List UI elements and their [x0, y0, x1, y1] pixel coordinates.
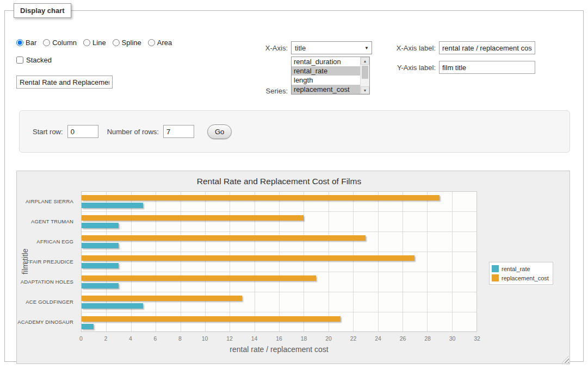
x-tick-label: 16: [276, 335, 282, 342]
stacked-option[interactable]: Stacked: [16, 56, 52, 64]
resize-handle-icon[interactable]: [562, 356, 569, 363]
legend-item-rental_rate: rental_rate: [492, 264, 549, 273]
gridline: [230, 192, 230, 331]
x-tick-label: 28: [424, 335, 431, 342]
x-tick-label: 6: [154, 335, 157, 342]
chart-title-input[interactable]: [16, 76, 113, 89]
chart-type-line[interactable]: Line: [83, 39, 106, 47]
gridline: [255, 192, 255, 331]
chart-type-bar-label: Bar: [26, 39, 36, 47]
start-row-input[interactable]: [67, 125, 98, 138]
y-tick-label: AFFAIR PREJUDICE: [17, 252, 78, 272]
x-tick-label: 26: [400, 335, 406, 342]
gridline: [427, 192, 428, 331]
x-tick-label: 22: [350, 335, 357, 342]
x-tick-label: 4: [129, 335, 132, 342]
series-option-length[interactable]: length: [292, 76, 360, 85]
series-option-replacement-cost[interactable]: replacement_cost: [292, 85, 360, 94]
x-axis-label-label: X-Axis label:: [348, 44, 436, 52]
bar-rental_rate: [82, 283, 119, 289]
bar-replacement_cost: [82, 296, 242, 301]
y-tick-label: AIRPLANE SIERRA: [17, 191, 78, 211]
chart-type-area[interactable]: Area: [148, 39, 172, 47]
rows-panel: Start row: Number of rows: Go: [19, 110, 570, 153]
chart-type-spline-label: Spline: [122, 39, 141, 47]
gridline: [156, 192, 156, 331]
number-of-rows-label: Number of rows:: [107, 128, 159, 136]
chart-type-area-label: Area: [157, 39, 172, 47]
series-scrollbar[interactable]: ▲ ▼: [360, 57, 369, 94]
chart-type-line-radio[interactable]: [83, 39, 90, 46]
y-tick-label: ACE GOLDFINGER: [17, 292, 78, 312]
start-row-label: Start row:: [33, 128, 63, 136]
chart-type-bar-radio[interactable]: [16, 39, 23, 46]
series-multiselect[interactable]: rental_duration rental_rate length repla…: [291, 57, 370, 95]
x-tick-label: 10: [202, 335, 208, 342]
chart-widget: Rental Rate and Replacement Cost of Film…: [16, 171, 570, 364]
number-of-rows-input[interactable]: [163, 125, 194, 138]
x-tick-label: 32: [474, 335, 480, 342]
gridline: [181, 192, 181, 331]
y-axis-label-input[interactable]: [439, 61, 535, 74]
display-chart-panel: Display chart Bar Column Line Spline Are…: [4, 3, 584, 362]
legend-item-replacement_cost: replacement_cost: [492, 273, 549, 283]
chart-type-line-label: Line: [92, 39, 106, 47]
x-axis-selected-value: title: [295, 44, 306, 52]
gridline: [378, 192, 379, 331]
gridline: [304, 192, 304, 331]
x-tick-label: 0: [79, 335, 83, 342]
chart-type-column[interactable]: Column: [43, 39, 77, 47]
gridline: [329, 192, 329, 331]
chart-type-group: Bar Column Line Spline Area: [16, 39, 172, 47]
chart-type-column-radio[interactable]: [43, 39, 50, 46]
chart-type-spline[interactable]: Spline: [113, 39, 141, 47]
y-axis-labels: AIRPLANE SIERRAAGENT TRUMANAFRICAN EGGAF…: [17, 191, 78, 332]
go-button[interactable]: Go: [207, 124, 232, 139]
chart-legend: rental_ratereplacement_cost: [489, 262, 553, 285]
bar-replacement_cost: [82, 316, 341, 322]
gridline: [452, 192, 453, 331]
legend-label: rental_rate: [502, 266, 530, 272]
x-tick-label: 14: [251, 335, 258, 342]
x-tick-label: 20: [325, 335, 332, 342]
x-tick-label: 18: [301, 335, 307, 342]
legend-swatch: [492, 265, 499, 272]
chart-type-spline-radio[interactable]: [113, 39, 120, 46]
x-tick-label: 8: [178, 335, 182, 342]
x-axis-ticks: 02468101214161820222426283032: [81, 335, 477, 343]
bar-rental_rate: [82, 243, 119, 248]
x-axis-label-input[interactable]: [439, 41, 535, 54]
y-axis-label-label: Y-Axis label:: [348, 64, 436, 72]
bar-rental_rate: [82, 303, 143, 309]
x-tick-label: 12: [226, 335, 233, 342]
y-tick-label: AGENT TRUMAN: [17, 211, 78, 231]
plot-area: [81, 191, 477, 332]
chart-type-area-radio[interactable]: [148, 39, 155, 46]
x-tick-label: 24: [375, 335, 381, 342]
stacked-label: Stacked: [26, 56, 52, 64]
bar-replacement_cost: [82, 255, 414, 261]
gridline: [131, 192, 132, 331]
x-axis-title: rental rate / replacement cost: [81, 345, 477, 354]
chart-type-bar[interactable]: Bar: [16, 39, 36, 47]
x-tick-label: 30: [449, 335, 456, 342]
bar-rental_rate: [82, 263, 119, 268]
series-select-label: Series:: [228, 87, 288, 95]
gridline: [403, 192, 403, 331]
gridline: [106, 192, 107, 331]
bar-replacement_cost: [82, 275, 316, 281]
chart-title: Rental Rate and Replacement Cost of Film…: [81, 177, 477, 186]
gridline: [353, 192, 354, 331]
bar-replacement_cost: [82, 235, 366, 241]
bar-replacement_cost: [82, 195, 440, 200]
y-tick-label: ACADEMY DINOSAUR: [17, 312, 78, 332]
panel-legend: Display chart: [14, 3, 71, 18]
legend-swatch: [492, 274, 499, 281]
gridline: [205, 192, 206, 331]
scroll-down-icon[interactable]: ▼: [361, 86, 369, 94]
legend-label: replacement_cost: [502, 275, 549, 281]
x-tick-label: 2: [104, 335, 108, 342]
bar-rental_rate: [82, 324, 94, 329]
gridline: [279, 192, 280, 331]
stacked-checkbox[interactable]: [16, 57, 23, 64]
